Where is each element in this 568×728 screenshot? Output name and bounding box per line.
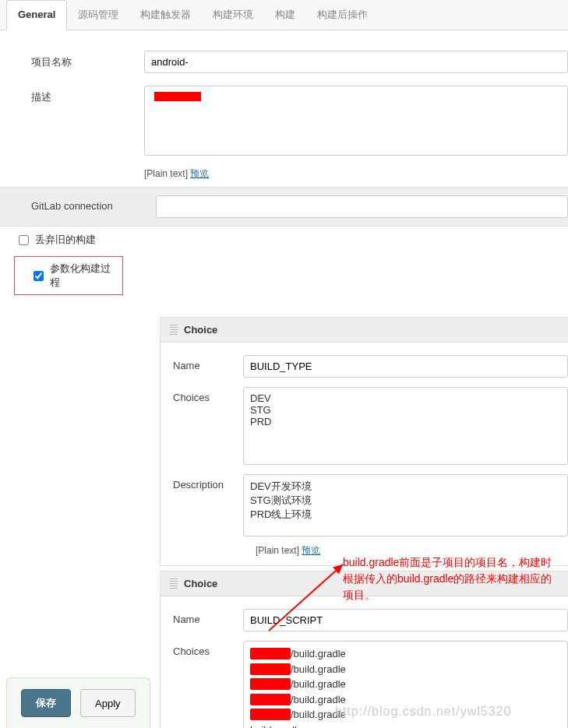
description-textarea[interactable] xyxy=(144,86,568,156)
parameterized-checkbox[interactable] xyxy=(34,271,44,281)
name-label-2: Name xyxy=(173,609,243,631)
choice-name-input[interactable] xyxy=(243,355,568,378)
gitlab-label: GitLab connection xyxy=(31,195,156,218)
description-label: 描述 xyxy=(31,86,144,158)
drag-handle-icon[interactable] xyxy=(170,325,178,336)
choice-title: Choice xyxy=(184,324,217,336)
description-format-row: [Plain text] 预览 xyxy=(0,167,568,181)
preview-link[interactable]: 预览 xyxy=(190,168,209,179)
parameterized-row: 参数化构建过程 xyxy=(14,256,123,295)
annotation-text: build.gradle前面是子项目的项目名，构建时根据传入的build.gra… xyxy=(343,554,561,603)
plain-text-label: [Plain text] xyxy=(144,168,188,179)
save-button[interactable]: 保存 xyxy=(21,689,71,717)
annotation-arrow-icon xyxy=(269,561,355,638)
apply-button[interactable]: Apply xyxy=(80,689,136,717)
tab-build[interactable]: 构建 xyxy=(264,0,306,30)
project-name-input[interactable] xyxy=(144,51,568,73)
choice-description-textarea[interactable]: DEV开发环境 STG测试环境 PRD线上环境 xyxy=(243,474,568,536)
description-label-2: Description xyxy=(173,474,243,536)
name-label: Name xyxy=(173,355,243,378)
gitlab-connection-row: GitLab connection xyxy=(0,187,568,227)
config-tabs: General 源码管理 构建触发器 构建环境 构建 构建后操作 xyxy=(0,0,568,30)
parameterized-label: 参数化构建过程 xyxy=(50,262,115,290)
choices-label: Choices xyxy=(173,387,243,465)
choices-label-2: Choices xyxy=(173,641,243,728)
discard-old-checkbox[interactable] xyxy=(19,235,29,245)
choice-header[interactable]: Choice xyxy=(161,318,568,343)
svg-line-0 xyxy=(269,564,343,631)
gitlab-input[interactable] xyxy=(156,195,568,218)
redaction-mark xyxy=(154,92,201,101)
tab-triggers[interactable]: 构建触发器 xyxy=(129,0,202,30)
discard-old-label: 丢弃旧的构建 xyxy=(35,233,96,247)
project-name-label: 项目名称 xyxy=(31,51,144,73)
choice-title-2: Choice xyxy=(184,578,217,589)
watermark-text: http://blog.csdn.net/ywl5320 xyxy=(335,705,511,719)
tab-scm[interactable]: 源码管理 xyxy=(67,0,129,30)
drag-handle-icon[interactable] xyxy=(170,579,178,589)
tab-postbuild[interactable]: 构建后操作 xyxy=(306,0,379,30)
tab-general[interactable]: General xyxy=(6,0,67,30)
action-bar: 保存 Apply xyxy=(6,677,150,728)
plain-text-label: [Plain text] xyxy=(256,545,299,556)
project-name-row: 项目名称 xyxy=(0,44,568,79)
preview-link[interactable]: 预览 xyxy=(302,545,320,556)
discard-old-row: 丢弃旧的构建 xyxy=(0,227,568,253)
choices-textarea[interactable]: DEV STG PRD xyxy=(243,387,568,465)
description-row: 描述 xyxy=(0,79,568,164)
tab-env[interactable]: 构建环境 xyxy=(202,0,264,30)
choice-parameter-block: Choice Name Choices DEV STG PRD Descript… xyxy=(160,317,568,566)
